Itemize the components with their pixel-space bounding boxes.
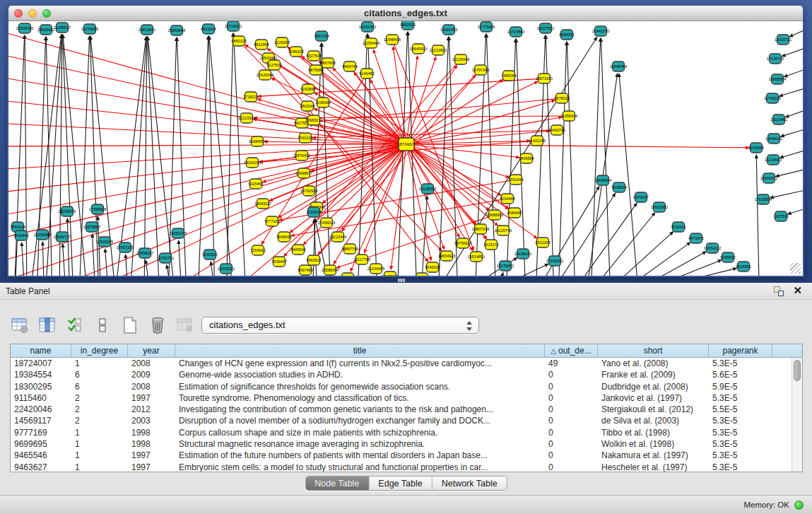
graph-node[interactable]: 14569117 [254,199,271,209]
graph-node[interactable]: 2226058 [274,37,289,47]
graph-node[interactable]: 9699695 [276,232,291,242]
graph-node[interactable]: 9862519 [400,21,415,30]
graph-node[interactable]: 12125449 [452,54,469,64]
graph-node[interactable]: 10975887 [83,222,100,232]
graph-node[interactable]: 10983211 [305,115,322,125]
table-cell[interactable]: Jankovic et al. (1997) [598,392,709,404]
graph-node[interactable]: 19654923 [438,251,455,261]
graph-node[interactable]: 15692971 [760,173,777,183]
graph-node[interactable]: 19565954 [769,74,786,84]
graph-node[interactable]: 5938924 [611,182,626,192]
graph-node[interactable]: 9567483 [298,265,312,275]
graph-node[interactable]: 8912954 [254,40,269,49]
graph-node[interactable]: 17135745 [767,54,784,64]
graph-node[interactable]: 16648784 [610,62,627,71]
graph-node[interactable]: 9875685 [308,65,323,75]
graph-node[interactable]: 7691234 [298,133,312,143]
graph-node[interactable]: 16023461 [770,115,787,124]
graph-node[interactable]: 11065527 [54,23,71,33]
table-cell[interactable]: 1998 [128,427,175,438]
graph-node[interactable]: 1051646 [508,175,523,185]
graph-node[interactable]: 11743205 [764,93,781,103]
table-cell[interactable]: 2 [71,415,128,426]
table-cell[interactable]: 5.3E-5 [709,358,772,369]
table-cell[interactable]: 5.3E-5 [709,415,772,426]
graph-node[interactable]: 16151342 [359,22,376,32]
graph-node[interactable]: 9245652 [720,252,735,262]
table-cell[interactable]: 1 [71,438,128,450]
table-cell[interactable]: 14569117 [11,415,71,426]
table-cell[interactable]: 1 [71,450,128,461]
table-row[interactable]: 946554611997Estimation of the future num… [11,450,802,461]
graph-node[interactable]: 15873181 [536,74,553,83]
table-cell[interactable]: Structural magnetic resonance image aver… [175,438,545,450]
graph-node[interactable]: 17359928 [89,204,106,214]
table-cell[interactable]: 5.3E-5 [709,427,772,438]
table-column-icon[interactable] [37,315,57,335]
column-header-out_de[interactable]: △out_de... [545,344,598,357]
graph-node[interactable]: 9463627 [306,255,321,265]
table-cell[interactable]: 5.6E-5 [709,369,772,380]
graph-node[interactable]: 19384554 [249,136,266,146]
graph-node[interactable]: 12254494 [363,38,379,48]
graph-node[interactable]: 9860123 [231,36,246,46]
graph-node[interactable]: 10588354 [322,265,339,275]
graph-node[interactable]: 12213903 [430,45,447,55]
table-cell[interactable]: 49 [545,358,598,369]
table-cell[interactable]: 0 [545,415,598,426]
delete-table-icon[interactable] [148,315,167,335]
table-cell[interactable]: 5.3E-5 [709,450,772,461]
graph-node[interactable]: 20206576 [59,206,76,216]
table-row[interactable]: 977716911998Corpus callosum shape and si… [11,427,802,438]
graph-node[interactable]: 11431265 [529,136,546,146]
table-cell[interactable]: 0 [545,462,598,472]
graph-node[interactable]: 7957224 [314,31,329,41]
table-cell[interactable]: 5.3E-5 [709,438,772,450]
graph-node[interactable]: 14782934 [300,186,317,196]
table-cell[interactable]: Dudbridge et al. (2008) [598,381,709,392]
graph-node[interactable]: 11058304 [560,111,577,121]
column-header-name[interactable]: name [11,344,71,357]
graph-node[interactable]: 9242848 [300,84,315,94]
graph-node[interactable]: 3915442 [13,230,28,240]
table-cell[interactable]: 9115460 [11,392,71,404]
graph-node[interactable]: 15027502 [537,23,554,33]
table-cell[interactable]: Yano et al. (2008) [598,358,709,369]
table-cell[interactable]: 9465546 [11,450,71,461]
table-cell[interactable]: 2 [71,392,128,404]
table-cell[interactable]: 2008 [128,358,175,369]
column-header-title[interactable]: title [175,344,545,357]
table-cell[interactable]: Genome-wide association studies in ADHD. [175,369,545,380]
table-cell[interactable]: 0 [545,427,598,438]
table-cell[interactable]: 6 [71,381,128,392]
table-cell[interactable]: 9699695 [11,438,71,450]
graph-node[interactable]: 8427552 [294,118,309,128]
graph-node[interactable]: 19756928 [454,238,471,248]
graph-node[interactable]: 16120746 [495,226,512,235]
table-cell[interactable]: de Silva et al. (2003) [598,415,709,426]
graph-node[interactable]: 8471676 [688,233,703,243]
graph-node[interactable]: 12405021 [218,264,235,274]
graph-node[interactable]: 17334261 [546,256,563,266]
graph-node[interactable]: 1615172 [483,240,498,250]
graph-node[interactable]: 17456023 [318,218,335,228]
graph-node[interactable]: 10925962 [651,202,668,212]
table-cell[interactable]: 0 [545,381,598,392]
table-cell[interactable]: 0 [545,369,598,380]
table-cell[interactable]: Disruption of a novel member of a sodium… [175,415,545,426]
graph-node[interactable]: 16409354 [594,175,611,185]
graph-node[interactable]: 17016504 [755,194,772,204]
table-cell[interactable]: 18300295 [11,381,71,392]
graph-node[interactable]: 12213313 [238,113,255,123]
graph-node[interactable]: 2038364 [315,98,330,107]
table-row[interactable]: 969969511998Structural magnetic resonanc… [11,438,802,450]
scrollbar-thumb[interactable] [794,360,801,381]
table-cell[interactable]: 6 [71,369,128,380]
graph-node[interactable]: 9578028 [554,93,569,103]
table-cell[interactable]: Changes of HCN gene expression and I(f) … [175,358,545,369]
graph-node[interactable]: 15135452 [419,184,436,194]
table-cell[interactable]: 1997 [128,462,175,472]
table-row[interactable]: 1830029562008Estimation of significance … [11,381,802,392]
graph-node[interactable]: 8186328 [288,47,303,57]
graph-node[interactable]: 15276062 [497,261,514,271]
